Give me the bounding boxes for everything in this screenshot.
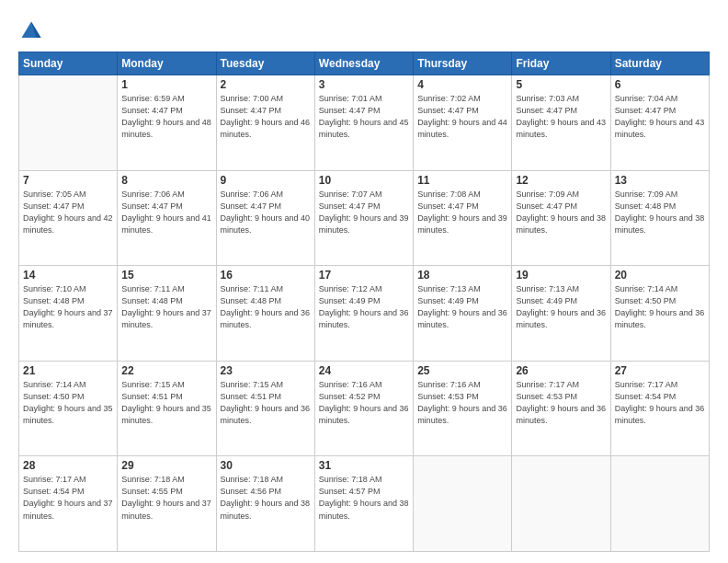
day-info: Sunrise: 7:09 AMSunset: 4:47 PMDaylight:… bbox=[516, 189, 606, 236]
logo bbox=[18, 18, 48, 44]
day-number: 9 bbox=[221, 174, 311, 187]
day-info: Sunrise: 7:13 AMSunset: 4:49 PMDaylight:… bbox=[516, 283, 606, 331]
day-number: 19 bbox=[516, 269, 606, 282]
calendar-day-header: Sunday bbox=[19, 52, 118, 75]
day-number: 1 bbox=[121, 78, 211, 91]
calendar-week-row: 7Sunrise: 7:05 AMSunset: 4:47 PMDaylight… bbox=[19, 170, 710, 266]
day-number: 8 bbox=[121, 174, 211, 187]
calendar-cell: 5Sunrise: 7:03 AMSunset: 4:47 PMDaylight… bbox=[512, 75, 610, 171]
calendar-cell: 14Sunrise: 7:10 AMSunset: 4:48 PMDayligh… bbox=[19, 266, 118, 362]
calendar-cell: 28Sunrise: 7:17 AMSunset: 4:54 PMDayligh… bbox=[19, 456, 118, 552]
calendar-cell: 23Sunrise: 7:15 AMSunset: 4:51 PMDayligh… bbox=[216, 361, 314, 456]
calendar-cell: 2Sunrise: 7:00 AMSunset: 4:47 PMDaylight… bbox=[216, 75, 314, 171]
day-number: 22 bbox=[121, 364, 211, 377]
calendar-day-header: Tuesday bbox=[216, 52, 314, 75]
day-info: Sunrise: 7:05 AMSunset: 4:47 PMDaylight:… bbox=[23, 189, 113, 236]
day-info: Sunrise: 7:14 AMSunset: 4:50 PMDaylight:… bbox=[615, 283, 705, 331]
calendar-cell: 4Sunrise: 7:02 AMSunset: 4:47 PMDaylight… bbox=[414, 75, 512, 171]
day-info: Sunrise: 7:17 AMSunset: 4:53 PMDaylight:… bbox=[516, 379, 606, 427]
day-number: 5 bbox=[516, 78, 606, 91]
day-info: Sunrise: 7:17 AMSunset: 4:54 PMDaylight:… bbox=[615, 379, 705, 427]
calendar-week-row: 14Sunrise: 7:10 AMSunset: 4:48 PMDayligh… bbox=[19, 266, 710, 362]
day-number: 12 bbox=[516, 174, 606, 187]
calendar-header-row: SundayMondayTuesdayWednesdayThursdayFrid… bbox=[19, 52, 710, 75]
calendar-cell bbox=[512, 456, 610, 552]
calendar-cell: 11Sunrise: 7:08 AMSunset: 4:47 PMDayligh… bbox=[414, 170, 512, 266]
day-info: Sunrise: 7:02 AMSunset: 4:47 PMDaylight:… bbox=[417, 93, 507, 141]
day-info: Sunrise: 7:18 AMSunset: 4:57 PMDaylight:… bbox=[319, 474, 409, 522]
calendar-cell: 16Sunrise: 7:11 AMSunset: 4:48 PMDayligh… bbox=[216, 266, 314, 362]
day-number: 27 bbox=[615, 364, 705, 377]
day-number: 3 bbox=[319, 78, 409, 91]
day-number: 26 bbox=[516, 364, 606, 377]
day-info: Sunrise: 7:17 AMSunset: 4:54 PMDaylight:… bbox=[23, 474, 113, 522]
calendar-cell: 21Sunrise: 7:14 AMSunset: 4:50 PMDayligh… bbox=[19, 361, 118, 456]
day-info: Sunrise: 7:16 AMSunset: 4:53 PMDaylight:… bbox=[417, 379, 507, 427]
day-info: Sunrise: 6:59 AMSunset: 4:47 PMDaylight:… bbox=[121, 93, 211, 141]
calendar-cell: 18Sunrise: 7:13 AMSunset: 4:49 PMDayligh… bbox=[414, 266, 512, 362]
calendar-cell bbox=[610, 456, 709, 552]
day-number: 6 bbox=[615, 78, 705, 91]
day-info: Sunrise: 7:18 AMSunset: 4:55 PMDaylight:… bbox=[121, 474, 211, 522]
calendar-cell: 22Sunrise: 7:15 AMSunset: 4:51 PMDayligh… bbox=[118, 361, 216, 456]
day-info: Sunrise: 7:09 AMSunset: 4:48 PMDaylight:… bbox=[615, 189, 705, 236]
calendar-week-row: 28Sunrise: 7:17 AMSunset: 4:54 PMDayligh… bbox=[19, 456, 710, 552]
day-number: 29 bbox=[121, 459, 211, 472]
calendar-cell: 10Sunrise: 7:07 AMSunset: 4:47 PMDayligh… bbox=[314, 170, 413, 266]
calendar-day-header: Friday bbox=[512, 52, 610, 75]
day-number: 4 bbox=[417, 78, 507, 91]
calendar-cell: 3Sunrise: 7:01 AMSunset: 4:47 PMDaylight… bbox=[314, 75, 413, 171]
calendar-cell: 29Sunrise: 7:18 AMSunset: 4:55 PMDayligh… bbox=[118, 456, 216, 552]
calendar-cell: 30Sunrise: 7:18 AMSunset: 4:56 PMDayligh… bbox=[216, 456, 314, 552]
day-info: Sunrise: 7:18 AMSunset: 4:56 PMDaylight:… bbox=[221, 474, 311, 522]
day-number: 11 bbox=[417, 174, 507, 187]
calendar-cell: 24Sunrise: 7:16 AMSunset: 4:52 PMDayligh… bbox=[314, 361, 413, 456]
calendar-day-header: Wednesday bbox=[314, 52, 413, 75]
day-info: Sunrise: 7:10 AMSunset: 4:48 PMDaylight:… bbox=[23, 283, 113, 331]
day-number: 25 bbox=[417, 364, 507, 377]
calendar-cell: 19Sunrise: 7:13 AMSunset: 4:49 PMDayligh… bbox=[512, 266, 610, 362]
calendar-cell: 15Sunrise: 7:11 AMSunset: 4:48 PMDayligh… bbox=[118, 266, 216, 362]
day-info: Sunrise: 7:15 AMSunset: 4:51 PMDaylight:… bbox=[221, 379, 311, 427]
day-number: 16 bbox=[221, 269, 311, 282]
day-number: 30 bbox=[221, 459, 311, 472]
page: SundayMondayTuesdayWednesdayThursdayFrid… bbox=[0, 0, 728, 563]
day-info: Sunrise: 7:04 AMSunset: 4:47 PMDaylight:… bbox=[615, 93, 705, 141]
day-number: 2 bbox=[221, 78, 311, 91]
day-info: Sunrise: 7:06 AMSunset: 4:47 PMDaylight:… bbox=[221, 189, 311, 236]
calendar-day-header: Saturday bbox=[610, 52, 709, 75]
day-info: Sunrise: 7:07 AMSunset: 4:47 PMDaylight:… bbox=[319, 189, 409, 236]
calendar-cell: 17Sunrise: 7:12 AMSunset: 4:49 PMDayligh… bbox=[314, 266, 413, 362]
calendar-week-row: 1Sunrise: 6:59 AMSunset: 4:47 PMDaylight… bbox=[19, 75, 710, 171]
calendar-day-header: Thursday bbox=[414, 52, 512, 75]
day-info: Sunrise: 7:11 AMSunset: 4:48 PMDaylight:… bbox=[221, 283, 311, 331]
day-number: 17 bbox=[319, 269, 409, 282]
calendar-cell bbox=[414, 456, 512, 552]
day-info: Sunrise: 7:15 AMSunset: 4:51 PMDaylight:… bbox=[121, 379, 211, 427]
day-info: Sunrise: 7:12 AMSunset: 4:49 PMDaylight:… bbox=[319, 283, 409, 331]
calendar-cell: 13Sunrise: 7:09 AMSunset: 4:48 PMDayligh… bbox=[610, 170, 709, 266]
day-number: 28 bbox=[23, 459, 113, 472]
calendar-cell: 7Sunrise: 7:05 AMSunset: 4:47 PMDaylight… bbox=[19, 170, 118, 266]
day-number: 18 bbox=[417, 269, 507, 282]
calendar-cell: 20Sunrise: 7:14 AMSunset: 4:50 PMDayligh… bbox=[610, 266, 709, 362]
calendar-cell: 26Sunrise: 7:17 AMSunset: 4:53 PMDayligh… bbox=[512, 361, 610, 456]
day-number: 20 bbox=[615, 269, 705, 282]
day-number: 24 bbox=[319, 364, 409, 377]
day-number: 10 bbox=[319, 174, 409, 187]
day-info: Sunrise: 7:11 AMSunset: 4:48 PMDaylight:… bbox=[121, 283, 211, 331]
day-number: 23 bbox=[221, 364, 311, 377]
day-number: 15 bbox=[121, 269, 211, 282]
calendar-cell: 9Sunrise: 7:06 AMSunset: 4:47 PMDaylight… bbox=[216, 170, 314, 266]
calendar-cell bbox=[19, 75, 118, 171]
day-info: Sunrise: 7:03 AMSunset: 4:47 PMDaylight:… bbox=[516, 93, 606, 141]
day-number: 13 bbox=[615, 174, 705, 187]
day-info: Sunrise: 7:14 AMSunset: 4:50 PMDaylight:… bbox=[23, 379, 113, 427]
day-info: Sunrise: 7:16 AMSunset: 4:52 PMDaylight:… bbox=[319, 379, 409, 427]
calendar-cell: 8Sunrise: 7:06 AMSunset: 4:47 PMDaylight… bbox=[118, 170, 216, 266]
day-number: 21 bbox=[23, 364, 113, 377]
day-info: Sunrise: 7:06 AMSunset: 4:47 PMDaylight:… bbox=[121, 189, 211, 236]
calendar-cell: 12Sunrise: 7:09 AMSunset: 4:47 PMDayligh… bbox=[512, 170, 610, 266]
day-number: 7 bbox=[23, 174, 113, 187]
day-info: Sunrise: 7:01 AMSunset: 4:47 PMDaylight:… bbox=[319, 93, 409, 141]
